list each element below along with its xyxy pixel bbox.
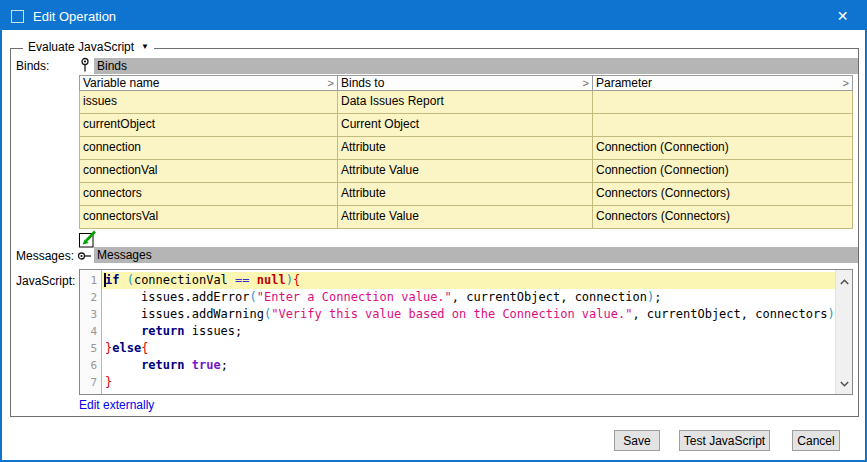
table-cell-binds_to: Current Object [338, 114, 593, 137]
table-cell-variable: connection [80, 137, 338, 160]
table-cell-variable: currentObject [80, 114, 338, 137]
editor-scrollbar[interactable] [835, 270, 852, 394]
editor-lines[interactable]: if (connectionVal == null){ issues.addEr… [102, 270, 835, 394]
table-cell-parameter [593, 91, 853, 114]
cancel-button[interactable]: Cancel [792, 430, 840, 451]
binds-key-icon [77, 57, 93, 76]
sort-indicator-icon[interactable]: > [328, 77, 334, 89]
messages-section-title: Messages [97, 248, 152, 262]
binds-table: Variable name > Binds to > Parameter > i… [79, 75, 853, 229]
table-cell-binds_to: Attribute Value [338, 160, 593, 183]
table-cell-variable: connectionVal [80, 160, 338, 183]
line-number: 7 [80, 374, 101, 391]
table-row[interactable]: connectorsValAttribute ValueConnectors (… [80, 206, 853, 229]
line-number: 5 [80, 340, 101, 357]
table-cell-binds_to: Attribute Value [338, 206, 593, 229]
messages-label: Messages: [16, 249, 74, 263]
group-legend[interactable]: Evaluate JavaScript ▼ [23, 40, 154, 54]
table-cell-parameter: Connection (Connection) [593, 137, 853, 160]
close-button[interactable]: ✕ [820, 2, 865, 30]
code-line[interactable]: } [102, 374, 835, 391]
edit-bind-icon[interactable] [79, 230, 97, 248]
column-header-parameter[interactable]: Parameter > [593, 76, 852, 90]
line-number: 1 [80, 272, 101, 289]
binds-table-header: Variable name > Binds to > Parameter > [79, 75, 853, 91]
column-header-binds-to[interactable]: Binds to > [338, 76, 593, 90]
table-row[interactable]: connectorsAttributeConnectors (Connector… [80, 183, 853, 206]
table-cell-parameter: Connectors (Connectors) [593, 206, 853, 229]
messages-section-bar[interactable]: Messages [94, 247, 858, 263]
scroll-down-icon[interactable] [840, 376, 849, 390]
window-title: Edit Operation [33, 9, 116, 24]
line-number: 6 [80, 357, 101, 374]
close-icon: ✕ [837, 8, 849, 24]
table-cell-binds_to: Attribute [338, 183, 593, 206]
title-bar[interactable]: Edit Operation ✕ [2, 2, 865, 30]
binds-table-rows: issuesData Issues ReportcurrentObjectCur… [79, 91, 853, 229]
dropdown-arrow-icon[interactable]: ▼ [141, 43, 149, 51]
edit-externally-link[interactable]: Edit externally [79, 398, 154, 412]
app-icon [11, 10, 24, 23]
text-caret [104, 273, 106, 287]
table-row[interactable]: connectionAttributeConnection (Connectio… [80, 137, 853, 160]
table-cell-binds_to: Attribute [338, 137, 593, 160]
table-cell-parameter [593, 114, 853, 137]
line-number: 2 [80, 289, 101, 306]
editor-gutter: 1234567 [80, 270, 102, 394]
save-button[interactable]: Save [614, 430, 660, 451]
column-header-variable-name[interactable]: Variable name > [80, 76, 338, 90]
javascript-editor[interactable]: 1234567 if (connectionVal == null){ issu… [79, 269, 853, 395]
edit-operation-dialog: Edit Operation ✕ Evaluate JavaScript ▼ B… [0, 0, 867, 462]
table-cell-variable: connectors [80, 183, 338, 206]
group-legend-label: Evaluate JavaScript [28, 40, 134, 54]
sort-indicator-icon[interactable]: > [583, 77, 589, 89]
test-javascript-button[interactable]: Test JavaScript [679, 430, 770, 451]
sort-indicator-icon[interactable]: > [843, 77, 849, 89]
code-line[interactable]: }else{ [102, 340, 835, 357]
code-line[interactable]: issues.addError("Enter a Connection valu… [102, 289, 835, 306]
table-cell-variable: issues [80, 91, 338, 114]
code-line[interactable]: issues.addWarning("Verify this value bas… [102, 306, 835, 323]
table-row[interactable]: currentObjectCurrent Object [80, 114, 853, 137]
binds-label: Binds: [16, 59, 49, 73]
javascript-label: JavaScript: [16, 274, 75, 288]
binds-section-title: Binds [97, 59, 127, 73]
code-line[interactable]: if (connectionVal == null){ [102, 272, 835, 289]
table-row[interactable]: connectionValAttribute ValueConnection (… [80, 160, 853, 183]
messages-key-icon [77, 248, 93, 267]
scroll-up-icon[interactable] [840, 274, 849, 288]
table-row[interactable]: issuesData Issues Report [80, 91, 853, 114]
table-cell-variable: connectorsVal [80, 206, 338, 229]
code-line[interactable]: return true; [102, 357, 835, 374]
binds-section-bar[interactable]: Binds [94, 58, 858, 74]
line-number: 4 [80, 323, 101, 340]
line-number: 3 [80, 306, 101, 323]
table-cell-binds_to: Data Issues Report [338, 91, 593, 114]
table-cell-parameter: Connection (Connection) [593, 160, 853, 183]
table-cell-parameter: Connectors (Connectors) [593, 183, 853, 206]
code-line[interactable]: return issues; [102, 323, 835, 340]
